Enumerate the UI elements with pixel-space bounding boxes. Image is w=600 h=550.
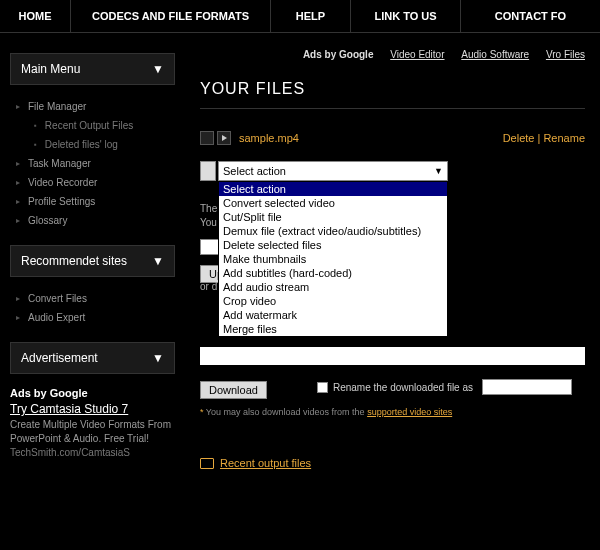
option-demux[interactable]: Demux file (extract video/audio/subtitle…: [219, 224, 447, 238]
advertisement-header[interactable]: Advertisement ▼: [10, 342, 175, 374]
option-convert-video[interactable]: Convert selected video: [219, 196, 447, 210]
advertisement-title: Advertisement: [21, 351, 98, 365]
nav-link-to-us[interactable]: LINK TO US: [350, 0, 460, 32]
file-row: sample.mp4 Delete | Rename: [200, 131, 585, 145]
cursor-icon: ↖: [577, 188, 593, 207]
page-title: YOUR FILES: [200, 74, 585, 109]
top-nav: HOME CODECS AND FILE FORMATS HELP LINK T…: [0, 0, 600, 33]
action-select[interactable]: Select action ▼: [218, 161, 448, 181]
main-menu-title: Main Menu: [21, 62, 80, 76]
ad-title[interactable]: Try Camtasia Studio 7: [10, 401, 175, 418]
ads-line: Ads by Google Video Editor Audio Softwar…: [200, 43, 585, 74]
play-icon[interactable]: [217, 131, 231, 145]
delete-link[interactable]: Delete: [503, 132, 535, 144]
nav-home[interactable]: HOME: [0, 0, 70, 32]
option-crop-video[interactable]: Crop video: [219, 294, 447, 308]
checkbox-icon[interactable]: [200, 131, 214, 145]
or-text: or d: [200, 281, 217, 292]
file-actions: Delete | Rename: [503, 132, 585, 144]
option-select-action[interactable]: Select action: [219, 182, 447, 196]
option-add-subtitles[interactable]: Add subtitles (hard-coded): [219, 266, 447, 280]
menu-glossary[interactable]: Glossary: [16, 211, 175, 230]
rename-link[interactable]: Rename: [543, 132, 585, 144]
ads-by-google-label: Ads by Google: [10, 386, 175, 401]
chevron-down-icon: ▼: [152, 62, 164, 76]
rename-checkbox-label: Rename the downloaded file as: [333, 382, 473, 393]
action-dropdown: Select action Convert selected video Cut…: [218, 181, 448, 337]
option-merge-files[interactable]: Merge files: [219, 322, 447, 336]
ad-link-video-editor[interactable]: Video Editor: [390, 49, 444, 60]
rec-convert-files[interactable]: Convert Files: [16, 289, 175, 308]
main-menu-header[interactable]: Main Menu ▼: [10, 53, 175, 85]
nav-codecs[interactable]: CODECS AND FILE FORMATS: [70, 0, 270, 32]
chevron-down-icon: ▼: [152, 351, 164, 365]
menu-task-manager[interactable]: Task Manager: [16, 154, 175, 173]
go-button[interactable]: [200, 161, 216, 181]
main-menu-list: File Manager Recent Output Files Deleted…: [10, 97, 175, 245]
menu-video-recorder[interactable]: Video Recorder: [16, 173, 175, 192]
menu-recent-output[interactable]: Recent Output Files: [16, 116, 175, 135]
nav-contact[interactable]: CONTACT FO: [460, 0, 600, 32]
rename-checkbox[interactable]: [317, 382, 328, 393]
option-add-audio[interactable]: Add audio stream: [219, 280, 447, 294]
recent-output-row: Recent output files: [200, 457, 585, 469]
footnote-text: You may also download videos from the: [206, 407, 367, 417]
option-add-watermark[interactable]: Add watermark: [219, 308, 447, 322]
option-delete-files[interactable]: Delete selected files: [219, 238, 447, 252]
rec-audio-expert[interactable]: Audio Expert: [16, 308, 175, 327]
recommended-list: Convert Files Audio Expert: [10, 289, 175, 342]
ad-url[interactable]: TechSmith.com/CamtasiaS: [10, 446, 175, 460]
sidebar-ad: Ads by Google Try Camtasia Studio 7 Crea…: [10, 386, 175, 460]
option-cut-split[interactable]: Cut/Split file: [219, 210, 447, 224]
action-select-wrap: Select action ▼ Select action Convert se…: [218, 161, 585, 181]
recent-output-link[interactable]: Recent output files: [220, 457, 311, 469]
info-left1: The: [200, 203, 217, 214]
ad-body: Create Multiple Video Formats From Power…: [10, 418, 175, 446]
dropdown-arrow-icon: ▼: [434, 166, 443, 176]
nav-help[interactable]: HELP: [270, 0, 350, 32]
action-select-value: Select action: [223, 165, 286, 177]
folder-icon: [200, 458, 214, 469]
option-make-thumbnails[interactable]: Make thumbnails: [219, 252, 447, 266]
star-icon: *: [200, 407, 204, 417]
menu-profile-settings[interactable]: Profile Settings: [16, 192, 175, 211]
sidebar: Main Menu ▼ File Manager Recent Output F…: [0, 33, 185, 469]
upload-path-input[interactable]: [200, 239, 220, 255]
rename-input[interactable]: [482, 379, 572, 395]
ads-by-google-label: Ads by Google: [303, 49, 374, 60]
menu-file-manager[interactable]: File Manager: [16, 97, 175, 116]
ad-link-vro-files[interactable]: Vro Files: [546, 49, 585, 60]
footnote: * You may also download videos from the …: [200, 407, 585, 417]
supported-sites-link[interactable]: supported video sites: [367, 407, 452, 417]
file-name[interactable]: sample.mp4: [239, 132, 299, 144]
main-content: Ads by Google Video Editor Audio Softwar…: [185, 33, 600, 469]
info-left2: You: [200, 217, 217, 228]
download-button[interactable]: Download: [200, 381, 267, 399]
chevron-down-icon: ▼: [152, 254, 164, 268]
recommended-title: Recommendet sites: [21, 254, 127, 268]
url-input[interactable]: [200, 347, 585, 365]
download-row: Download Rename the downloaded file as: [200, 375, 585, 399]
ad-link-audio-software[interactable]: Audio Software: [461, 49, 529, 60]
recommended-header[interactable]: Recommendet sites ▼: [10, 245, 175, 277]
menu-deleted-log[interactable]: Deleted files' log: [16, 135, 175, 154]
